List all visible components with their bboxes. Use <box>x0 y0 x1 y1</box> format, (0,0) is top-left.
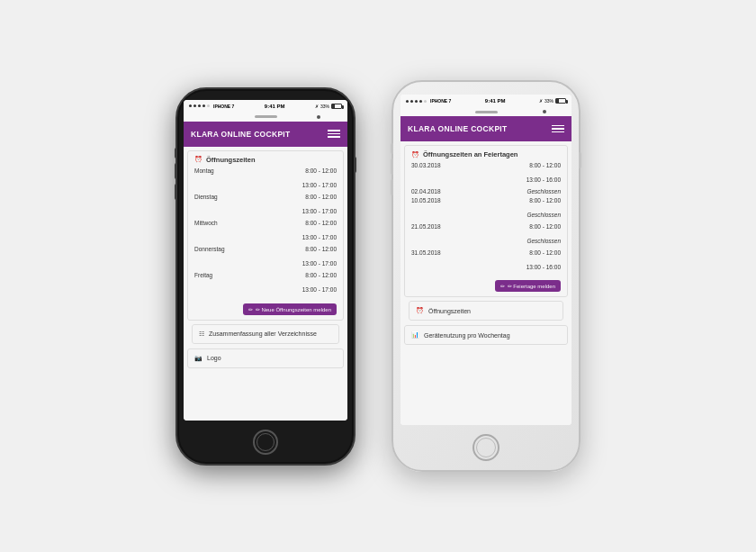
signal-dot <box>202 104 205 107</box>
phone-screen-white: IPHONE 7 9:41 PM ✗ 33% KLARA ONLINE COCK… <box>400 95 572 425</box>
signal-dots-white: IPHONE 7 <box>406 98 451 104</box>
row-mittwoch: Mittwoch 8:00 - 12:00 13:00 - 17:00 <box>194 220 337 243</box>
camera-icon: 📷 <box>194 355 202 362</box>
hamburger-icon-black[interactable] <box>328 130 340 138</box>
app-header-white: KLARA ONLINE COCKPIT <box>400 116 572 141</box>
row-montag: Montag 8:00 - 12:00 13:00 - 17:00 <box>194 167 337 191</box>
pencil-icon-w: ✏ <box>500 283 505 289</box>
speaker-black <box>255 115 277 118</box>
signal-dot <box>198 104 201 107</box>
power-button-white <box>579 152 581 168</box>
holiday-row-3: 10.05.2018 8:00 - 12:00 Geschlossen <box>411 197 561 221</box>
neue-offnungszeiten-button[interactable]: ✏ ✏ Neue Öffnungszeiten melden <box>243 303 337 315</box>
clock-icon-black: ⏰ <box>194 156 202 163</box>
offnungszeiten-label: Öffnungszeiten <box>428 308 471 314</box>
carrier-label: IPHONE 7 <box>213 104 234 109</box>
row-dienstag: Dienstag 8:00 - 12:00 13:00 - 17:00 <box>194 194 337 217</box>
vol-down-button <box>175 184 177 200</box>
list-icon: ☷ <box>199 330 204 338</box>
card-title-text-white: Öffnungszeiten an Feiertagen <box>423 150 518 158</box>
signal-dots: IPHONE 7 <box>189 104 234 109</box>
geratenutzung-label: Gerätenutzung pro Wochentag <box>424 332 510 339</box>
zusammenfassung-label: Zusammenfassung aller Verzeichnisse <box>209 330 317 337</box>
phone-black: IPHONE 7 9:41 PM ✗ 33% KLARA ONLINE COCK… <box>176 87 356 466</box>
battery-pct-black: 33% <box>320 104 329 109</box>
camera-white <box>543 110 546 113</box>
time-label-black: 9:41 PM <box>265 104 285 109</box>
row-donnerstag: Donnerstag 8:00 - 12:00 13:00 - 17:00 <box>194 246 337 269</box>
notch-black <box>184 113 347 122</box>
chart-icon: 📊 <box>411 331 419 339</box>
battery-icon-black <box>331 104 342 109</box>
holiday-row-4: 21.05.2018 8:00 - 12:00 Geschlossen <box>411 223 561 247</box>
notch-white <box>400 107 572 116</box>
mute-button <box>175 148 177 158</box>
zusammenfassung-link[interactable]: ☷ Zusammenfassung aller Verzeichnisse <box>192 324 339 344</box>
content-black: ⏰ Öffnungszeiten Montag 8:00 - 12:00 13:… <box>184 147 347 421</box>
home-button-inner-black <box>256 433 274 451</box>
holiday-row-2: 02.04.2018 Geschlossen <box>411 188 561 195</box>
home-button-inner-white <box>476 438 496 457</box>
battery-area-white: ✗ 33% <box>539 98 566 104</box>
app-header-black: KLARA ONLINE COCKPIT <box>184 122 347 147</box>
status-bar-white: IPHONE 7 9:41 PM ✗ 33% <box>400 95 572 107</box>
battery-pct-white: 33% <box>544 98 554 104</box>
bluetooth-icon-white: ✗ <box>539 98 543 104</box>
carrier-label-white: IPHONE 7 <box>430 98 451 104</box>
logo-label: Logo <box>207 355 221 361</box>
geratenutzung-link[interactable]: 📊 Gerätenutzung pro Wochentag <box>404 325 568 345</box>
phone-white: IPHONE 7 9:41 PM ✗ 33% KLARA ONLINE COCK… <box>392 80 580 472</box>
signal-dot <box>207 104 210 107</box>
battery-icon-white <box>555 98 566 104</box>
holiday-row-5: 31.05.2018 8:00 - 12:00 13:00 - 16:00 <box>411 249 561 273</box>
speaker-white <box>475 111 498 113</box>
holiday-row-1: 30.03.2018 8:00 - 12:00 13:00 - 16:00 <box>411 162 561 186</box>
feiertage-melden-button[interactable]: ✏ ✏ Feiertage melden <box>495 280 561 292</box>
clock-icon-white: ⏰ <box>411 151 419 158</box>
logo-link[interactable]: 📷 Logo <box>187 348 344 368</box>
home-button-white[interactable] <box>472 434 500 461</box>
row-freitag: Freitag 8:00 - 12:00 13:00 - 17:00 <box>194 272 337 295</box>
camera-black <box>317 115 320 119</box>
time-label-white: 9:41 PM <box>485 98 506 104</box>
card-title-white: ⏰ Öffnungszeiten an Feiertagen <box>411 150 561 158</box>
content-white: ⏰ Öffnungszeiten an Feiertagen 30.03.201… <box>400 141 572 425</box>
hamburger-icon-white[interactable] <box>552 125 564 133</box>
card-title-text-black: Öffnungszeiten <box>206 156 256 164</box>
offnungszeiten-link[interactable]: ⏰ Öffnungszeiten <box>409 301 563 321</box>
pencil-icon: ✏ <box>248 306 253 312</box>
home-button-black[interactable] <box>253 430 278 455</box>
battery-area-black: ✗ 33% <box>315 104 342 109</box>
vol-up-button <box>175 163 177 179</box>
vol-down-button-white <box>391 179 393 195</box>
opening-hours-card-black: ⏰ Öffnungszeiten Montag 8:00 - 12:00 13:… <box>187 150 344 321</box>
status-bar-black: IPHONE 7 9:41 PM ✗ 33% <box>184 100 347 113</box>
app-title-white: KLARA ONLINE COCKPIT <box>408 124 508 133</box>
day-label: Montag <box>194 167 214 174</box>
signal-dot <box>189 104 192 107</box>
holiday-hours-card: ⏰ Öffnungszeiten an Feiertagen 30.03.201… <box>404 145 568 297</box>
mute-button-white <box>391 143 393 154</box>
signal-dot <box>194 104 196 107</box>
phone-screen-black: IPHONE 7 9:41 PM ✗ 33% KLARA ONLINE COCK… <box>184 100 347 421</box>
app-title-black: KLARA ONLINE COCKPIT <box>191 130 291 139</box>
card-title-black: ⏰ Öffnungszeiten <box>194 156 337 164</box>
power-button <box>354 157 356 173</box>
vol-up-button-white <box>391 158 393 175</box>
clock-small-icon: ⏰ <box>416 307 424 314</box>
bluetooth-icon: ✗ <box>315 104 319 109</box>
